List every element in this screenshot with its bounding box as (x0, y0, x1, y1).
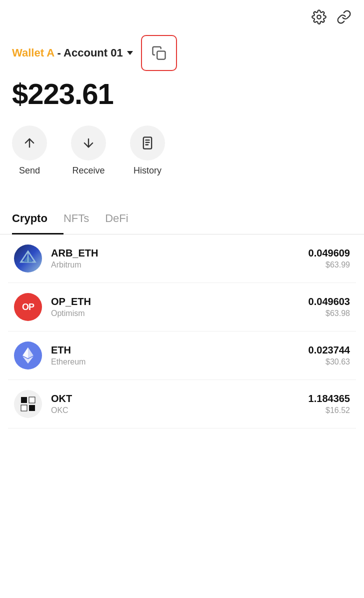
arb-usd: $63.99 (308, 260, 350, 270)
arb-name: Arbitrum (51, 260, 308, 270)
header-icons (0, 0, 364, 30)
wallet-separator: - (54, 46, 64, 59)
eth-amount: 0.023744 (308, 344, 350, 356)
receive-label: Receive (72, 166, 104, 176)
copy-address-button[interactable] (141, 35, 177, 71)
history-label: History (134, 166, 162, 176)
wallet-highlight: Wallet A (12, 46, 54, 59)
arb-values: 0.049609 $63.99 (308, 248, 350, 270)
wallet-balance: $223.61 (12, 77, 352, 110)
okt-usd: $16.52 (308, 406, 350, 415)
op-info: OP_ETH Optimism (51, 296, 308, 318)
list-item[interactable]: OKT OKC 1.184365 $16.52 (8, 380, 356, 428)
eth-name: Ethereum (51, 358, 308, 366)
receive-button[interactable]: Receive (71, 126, 106, 176)
op-usd: $63.98 (308, 309, 350, 318)
eth-usd: $30.63 (308, 358, 350, 366)
send-circle (12, 126, 47, 160)
okt-symbol: OKT (51, 393, 308, 404)
eth-icon (14, 342, 42, 370)
list-item[interactable]: OP OP_ETH Optimism 0.049603 $63.98 (8, 283, 356, 332)
okt-icon (14, 390, 42, 418)
list-item[interactable]: ARB_ETH Arbitrum 0.049609 $63.99 (8, 234, 356, 283)
okt-amount: 1.184365 (308, 393, 350, 404)
send-button[interactable]: Send (12, 126, 47, 176)
op-name: Optimism (51, 309, 308, 318)
tab-defi[interactable]: DeFi (105, 204, 144, 234)
wallet-section: Wallet A - Account 01 $223.61 Send (0, 30, 364, 204)
op-symbol: OP_ETH (51, 296, 308, 308)
settings-icon[interactable] (311, 9, 327, 25)
receive-circle (71, 126, 106, 160)
list-item[interactable]: ETH Ethereum 0.023744 $30.63 (8, 332, 356, 380)
svg-point-0 (317, 15, 321, 19)
arb-info: ARB_ETH Arbitrum (51, 248, 308, 270)
send-label: Send (19, 166, 40, 176)
history-button[interactable]: History (130, 126, 165, 176)
dropdown-arrow-icon (127, 51, 133, 55)
arb-amount: 0.049609 (308, 248, 350, 259)
op-amount: 0.049603 (308, 296, 350, 308)
svg-rect-18 (29, 405, 35, 411)
action-buttons: Send Receive History (12, 126, 352, 176)
svg-marker-13 (28, 348, 34, 358)
svg-marker-14 (22, 348, 28, 358)
wallet-account: Account 01 (64, 46, 123, 59)
op-values: 0.049603 $63.98 (308, 296, 350, 318)
wallet-name: Wallet A - Account 01 (12, 46, 123, 60)
op-icon: OP (14, 293, 42, 321)
eth-info: ETH Ethereum (51, 344, 308, 366)
okt-values: 1.184365 $16.52 (308, 393, 350, 415)
wallet-identity[interactable]: Wallet A - Account 01 (12, 46, 133, 60)
okt-info: OKT OKC (51, 393, 308, 415)
svg-rect-15 (21, 397, 27, 403)
tab-crypto[interactable]: Crypto (12, 204, 64, 234)
tab-nfts[interactable]: NFTs (64, 204, 105, 234)
svg-rect-1 (157, 51, 165, 59)
svg-rect-16 (29, 397, 35, 403)
crypto-list: ARB_ETH Arbitrum 0.049609 $63.99 OP OP_E… (0, 234, 364, 428)
arb-symbol: ARB_ETH (51, 248, 308, 259)
wallet-row: Wallet A - Account 01 (12, 35, 352, 71)
link-icon[interactable] (336, 9, 352, 25)
tabs-section: Crypto NFTs DeFi (0, 204, 364, 234)
eth-symbol: ETH (51, 344, 308, 356)
okt-name: OKC (51, 406, 308, 415)
eth-values: 0.023744 $30.63 (308, 344, 350, 366)
arb-icon (14, 244, 42, 272)
history-circle (130, 126, 165, 160)
svg-rect-17 (21, 405, 27, 411)
